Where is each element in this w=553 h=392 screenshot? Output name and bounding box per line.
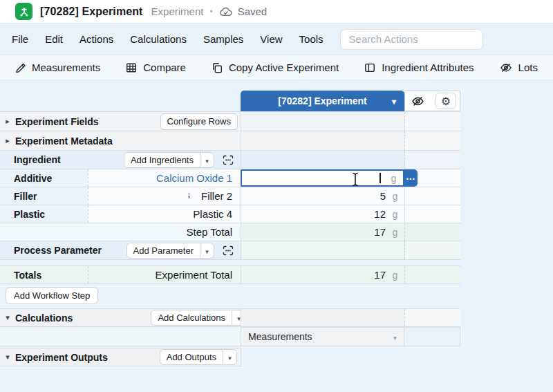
experiment-total-value: 17	[374, 269, 386, 281]
add-outputs-dropdown-button[interactable]	[223, 349, 237, 365]
add-parameter-button[interactable]: Add Parameter	[126, 243, 200, 259]
menu-calculations[interactable]: Calculations	[122, 29, 195, 49]
step-total-value-cell: 17 g	[241, 223, 404, 241]
menu-samples[interactable]: Samples	[195, 29, 252, 49]
expand-caret-icon[interactable]	[0, 117, 15, 126]
table-columns-icon	[364, 62, 375, 73]
gear-icon	[441, 95, 451, 107]
chevron-down-icon	[393, 331, 397, 342]
measurements-label: Measurements	[32, 62, 100, 73]
ingredient-section-extra-cell	[404, 151, 460, 169]
amount-cell[interactable]: 12 g	[241, 205, 404, 223]
experiment-outputs-label: Experiment Outputs	[15, 352, 108, 363]
compare-label: Compare	[143, 62, 186, 73]
add-ingredients-button[interactable]: Add Ingredients	[124, 152, 200, 168]
page-title: [70282] Experiment	[40, 6, 143, 18]
compare-button[interactable]: Compare	[126, 62, 186, 73]
scan-parameter-button[interactable]	[223, 245, 234, 256]
step-total-label: Step Total	[0, 223, 241, 241]
add-ingredients-dropdown-button[interactable]	[200, 152, 214, 168]
add-calculations-button[interactable]: Add Calculations	[151, 310, 232, 326]
unit-label: g	[386, 191, 404, 202]
totals-label: Totals	[0, 266, 88, 283]
amount-value: 5	[380, 190, 386, 202]
save-status: Saved	[238, 6, 268, 17]
experiment-fields-label: Experiment Fields	[15, 116, 99, 127]
ingredient-attributes-button[interactable]: Ingredient Attributes	[364, 62, 474, 73]
info-icon[interactable]	[184, 191, 194, 201]
add-parameter-dropdown-button[interactable]	[200, 243, 214, 259]
measurements-dropdown-value: Measurements	[248, 331, 312, 342]
molecule-icon	[19, 6, 30, 17]
step-total-extra-cell	[404, 223, 460, 241]
column-header-row: [70282] Experiment	[0, 91, 460, 111]
menu-tools[interactable]: Tools	[291, 29, 332, 49]
extra-cell	[404, 187, 460, 205]
ingredient-link[interactable]: Calcium Oxide 1	[156, 172, 232, 184]
menu-actions[interactable]: Actions	[71, 29, 122, 49]
calculations-label: Calculations	[15, 312, 73, 324]
menu-view[interactable]: View	[252, 29, 290, 49]
lots-label: Lots	[518, 62, 538, 73]
totals-row: Totals Experiment Total 17 g	[0, 265, 460, 284]
experiment-metadata-cell[interactable]	[241, 131, 404, 150]
app-logo-icon[interactable]	[15, 3, 32, 20]
copy-active-experiment-button[interactable]: Copy Active Experiment	[212, 62, 339, 73]
experiment-fields-cell[interactable]	[241, 112, 404, 131]
menu-bar: File Edit Actions Calculations Samples V…	[0, 24, 553, 55]
title-bar: [70282] Experiment Experiment • Saved	[0, 0, 553, 24]
category-cell: Additive	[0, 169, 88, 187]
totals-extra-cell	[404, 266, 460, 283]
ingredient-section-row: Ingredient Add Ingredients	[0, 151, 460, 169]
measurements-button[interactable]: Measurements	[15, 62, 100, 73]
blank-cell	[0, 327, 241, 346]
experiment-column-label: [70282] Experiment	[278, 95, 366, 106]
experiment-column-selector[interactable]: [70282] Experiment	[241, 91, 404, 111]
measurements-dropdown[interactable]: Measurements	[241, 327, 404, 346]
amount-cell[interactable]: 5 g	[241, 187, 404, 205]
configure-rows-button[interactable]: Configure Rows	[160, 113, 238, 130]
collapse-caret-icon[interactable]	[0, 353, 15, 362]
copy-active-experiment-label: Copy Active Experiment	[229, 62, 339, 73]
toolbar: Measurements Compare Copy Active Experim…	[0, 55, 553, 80]
hide-column-icon[interactable]	[411, 95, 424, 107]
ingredient-name-cell[interactable]: Plastic 4	[88, 205, 241, 223]
pencil-icon	[15, 62, 26, 73]
unit-label: g	[386, 270, 404, 281]
add-workflow-step-row: Add Workflow Step	[0, 286, 460, 305]
column-header-tools	[404, 91, 460, 111]
ingredient-name-cell[interactable]: Calcium Oxide 1	[88, 169, 241, 187]
ingredient-name-cell[interactable]: Filler 2	[88, 187, 241, 205]
ingredient-row-plastic: Plastic Plastic 4 12 g	[0, 205, 460, 223]
experiment-outputs-row: Experiment Outputs Add Outputs	[0, 348, 241, 366]
category-cell: Plastic	[0, 205, 88, 223]
amount-edit-cell[interactable]: g	[241, 169, 404, 187]
search-actions-input[interactable]	[340, 29, 483, 50]
cell-more-options-button[interactable]	[404, 169, 418, 187]
calculations-row: Calculations Add Calculations	[0, 308, 460, 327]
expand-caret-icon[interactable]	[0, 136, 15, 145]
scan-ingredients-button[interactable]	[223, 155, 234, 165]
ingredient-row-additive: Additive Calcium Oxide 1 g	[0, 169, 460, 187]
add-ingredients-split-button: Add Ingredients	[124, 152, 214, 168]
measurements-dropdown-row: Measurements	[0, 327, 460, 346]
chevron-down-icon	[228, 352, 232, 362]
experiment-metadata-extra-cell	[404, 131, 460, 150]
grid-table-icon	[126, 62, 137, 73]
process-parameter-extra-cell	[404, 241, 460, 259]
unit-label: g	[386, 209, 404, 220]
experiment-metadata-label: Experiment Metadata	[15, 136, 113, 147]
barcode-scan-icon	[223, 155, 234, 165]
add-outputs-split-button: Add Outputs	[160, 349, 237, 365]
additive-amount-input[interactable]: g	[241, 169, 404, 187]
add-workflow-step-button[interactable]: Add Workflow Step	[6, 287, 98, 304]
lots-button[interactable]: Lots	[500, 62, 538, 73]
experiment-sheet: [70282] Experiment Experiment Fields Con…	[0, 91, 460, 366]
column-settings-button[interactable]	[435, 93, 456, 109]
calculations-cell	[241, 309, 404, 326]
menu-file[interactable]: File	[3, 29, 37, 49]
menu-edit[interactable]: Edit	[37, 29, 71, 49]
collapse-caret-icon[interactable]	[0, 313, 15, 322]
add-parameter-split-button: Add Parameter	[126, 243, 214, 259]
add-outputs-button[interactable]: Add Outputs	[160, 349, 223, 365]
